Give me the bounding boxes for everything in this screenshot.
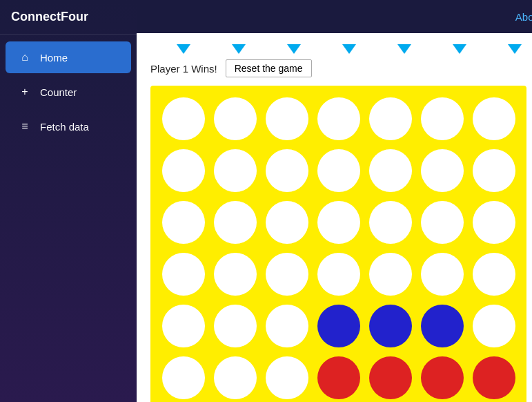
disc-3-6	[473, 253, 515, 296]
drop-arrow-1[interactable]	[232, 44, 246, 54]
arrow-row	[156, 44, 532, 54]
sidebar-item-label: Counter	[40, 86, 77, 98]
drop-arrow-3[interactable]	[342, 44, 356, 54]
cell-4-6[interactable]	[468, 300, 520, 352]
cell-4-5[interactable]	[416, 300, 468, 352]
cell-2-6[interactable]	[468, 196, 520, 248]
content-area: Player 1 Wins! Reset the game	[137, 33, 532, 402]
disc-1-2	[266, 149, 308, 192]
arrow-cell-5	[432, 44, 487, 54]
arrow-cell-1	[211, 44, 266, 54]
disc-0-1	[214, 97, 257, 140]
arrow-cell-0	[156, 44, 211, 54]
disc-5-5	[421, 356, 464, 399]
cell-3-0[interactable]	[157, 248, 209, 300]
disc-4-0	[162, 305, 205, 347]
disc-4-4	[369, 305, 412, 347]
disc-5-1	[214, 356, 257, 399]
disc-1-6	[473, 149, 515, 192]
disc-4-2	[266, 305, 308, 347]
drop-arrow-0[interactable]	[177, 44, 190, 54]
cell-3-2[interactable]	[261, 248, 313, 300]
disc-4-1	[214, 305, 257, 347]
cell-1-1[interactable]	[209, 144, 261, 196]
cell-2-5[interactable]	[416, 196, 468, 248]
fetch-data-icon: ≡	[18, 120, 32, 133]
board-row-3	[157, 248, 520, 300]
disc-2-3	[317, 201, 360, 244]
cell-3-3[interactable]	[313, 248, 364, 300]
drop-arrow-4[interactable]	[397, 44, 411, 54]
cell-4-3[interactable]	[313, 300, 364, 352]
sidebar: ConnectFour ⌂Home+Counter≡Fetch data	[0, 0, 137, 402]
cell-1-2[interactable]	[261, 144, 313, 196]
cell-3-6[interactable]	[468, 248, 520, 300]
cell-5-3[interactable]	[313, 352, 364, 402]
sidebar-item-home[interactable]: ⌂Home	[6, 41, 131, 73]
disc-2-0	[162, 201, 205, 244]
disc-1-4	[369, 149, 412, 192]
disc-2-6	[473, 201, 515, 244]
cell-2-2[interactable]	[261, 196, 313, 248]
disc-4-6	[473, 305, 515, 347]
cell-5-4[interactable]	[364, 352, 416, 402]
counter-icon: +	[18, 86, 32, 98]
cell-5-6[interactable]	[468, 352, 520, 402]
board-row-1	[157, 144, 520, 196]
cell-3-4[interactable]	[364, 248, 416, 300]
disc-1-3	[317, 149, 360, 192]
cell-5-0[interactable]	[157, 352, 209, 402]
sidebar-item-counter[interactable]: +Counter	[6, 76, 131, 108]
cell-4-2[interactable]	[261, 300, 313, 352]
cell-1-0[interactable]	[157, 144, 209, 196]
sidebar-item-fetch-data[interactable]: ≡Fetch data	[6, 111, 131, 142]
cell-0-4[interactable]	[364, 93, 416, 144]
board-row-4	[157, 300, 520, 352]
disc-5-3	[317, 356, 360, 399]
disc-3-4	[369, 253, 412, 296]
drop-arrow-5[interactable]	[453, 44, 466, 54]
cell-1-3[interactable]	[313, 144, 364, 196]
cell-2-1[interactable]	[209, 196, 261, 248]
cell-1-5[interactable]	[416, 144, 468, 196]
cell-0-0[interactable]	[157, 93, 209, 144]
cell-0-3[interactable]	[313, 93, 364, 144]
cell-5-5[interactable]	[416, 352, 468, 402]
arrow-cell-3	[322, 44, 377, 54]
cell-2-0[interactable]	[157, 196, 209, 248]
cell-2-3[interactable]	[313, 196, 364, 248]
cell-4-4[interactable]	[364, 300, 416, 352]
cell-5-1[interactable]	[209, 352, 261, 402]
disc-3-3	[317, 253, 360, 296]
cell-5-2[interactable]	[261, 352, 313, 402]
disc-4-5	[421, 305, 464, 347]
cell-4-1[interactable]	[209, 300, 261, 352]
sidebar-item-label: Home	[40, 52, 68, 64]
disc-0-0	[162, 97, 205, 140]
disc-2-1	[214, 201, 257, 244]
cell-2-4[interactable]	[364, 196, 416, 248]
main-content: About Player 1 Wins! Reset the game	[137, 0, 532, 402]
drop-arrow-2[interactable]	[287, 44, 301, 54]
disc-1-5	[421, 149, 464, 192]
board-row-2	[157, 196, 520, 248]
disc-0-4	[369, 97, 412, 140]
cell-3-5[interactable]	[416, 248, 468, 300]
about-link[interactable]: About	[515, 11, 532, 23]
cell-0-6[interactable]	[468, 93, 520, 144]
cell-1-4[interactable]	[364, 144, 416, 196]
status-text: Player 1 Wins!	[150, 63, 217, 75]
app-logo: ConnectFour	[0, 0, 137, 35]
disc-0-2	[266, 97, 308, 140]
disc-0-6	[473, 97, 515, 140]
cell-4-0[interactable]	[157, 300, 209, 352]
drop-arrow-6[interactable]	[508, 44, 522, 54]
cell-0-2[interactable]	[261, 93, 313, 144]
cell-0-1[interactable]	[209, 93, 261, 144]
status-row: Player 1 Wins! Reset the game	[150, 59, 532, 77]
cell-1-6[interactable]	[468, 144, 520, 196]
cell-0-5[interactable]	[416, 93, 468, 144]
home-icon: ⌂	[18, 51, 32, 64]
cell-3-1[interactable]	[209, 248, 261, 300]
reset-button[interactable]: Reset the game	[226, 59, 312, 77]
